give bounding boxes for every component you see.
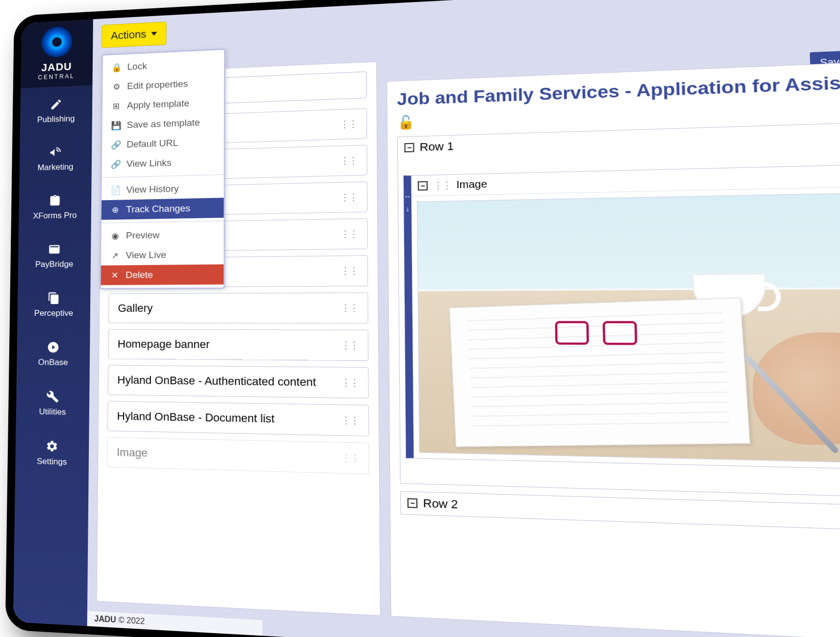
drag-handle-icon[interactable] [340,122,357,126]
circle-arrow-icon [46,340,61,354]
row-1: − Row 1 ↓ ✕ ↔ ↓ [397,121,840,498]
sidebar-item-perceptive[interactable]: Perceptive [18,290,91,318]
widget-label: Hyland OnBase - Authenticated content [117,373,316,389]
menu-section-1: 🔒Lock ⚙Edit properties ⊞Apply template 💾… [102,50,224,178]
collapse-toggle[interactable]: − [418,181,428,190]
sidebar-item-publishing[interactable]: Publishing [20,96,92,125]
save-icon: 💾 [111,120,121,131]
device-frame: JADU CENTRAL Publishing Marketing XForms… [5,0,840,637]
widget-item[interactable]: Gallery [108,292,369,324]
menu-item-label: View History [126,184,179,196]
menu-item-label: Track Changes [126,203,190,215]
menu-item-default-url[interactable]: 🔗Default URL [102,132,224,155]
collapse-toggle[interactable]: − [408,498,418,508]
caret-down-icon [151,32,157,36]
sidebar-item-label: Perceptive [34,308,73,318]
logo[interactable]: JADU CENTRAL [20,19,93,88]
eye-icon: ◉ [110,230,120,241]
sidebar-item-utilities[interactable]: Utilities [16,389,89,417]
actions-button-label: Actions [111,28,146,42]
collapse-toggle[interactable]: − [404,143,414,152]
paper-graphic [449,298,750,447]
image-preview [417,192,840,464]
menu-item-label: Preview [126,230,160,241]
sidebar-item-paybridge[interactable]: PayBridge [18,242,91,270]
drag-handle-icon[interactable] [433,183,451,187]
clipboard-icon [48,193,62,208]
drag-handle-icon[interactable] [341,306,358,310]
drag-handle-icon[interactable] [341,418,359,422]
drag-handle-icon[interactable] [341,456,359,460]
menu-item-view-live[interactable]: ↗View Live [101,244,224,265]
glasses-graphic [555,321,637,343]
menu-section-3: ◉Preview ↗View Live ✕Delete [101,221,224,288]
sidebar-item-label: Utilities [39,407,66,417]
sidebar-item-label: XForms Pro [33,210,77,221]
footer-copyright: © 2022 [118,616,144,626]
link-icon: 🔗 [111,159,121,170]
sidebar-item-xforms[interactable]: XForms Pro [19,193,91,222]
image-block-label: Image [456,178,488,191]
bullhorn-icon [48,145,63,160]
row-label: Row 1 [420,140,454,154]
drag-handle-icon[interactable] [340,158,357,163]
widget-label: Gallery [118,302,152,315]
move-left-icon[interactable]: ↔ [404,192,411,201]
sidebar-item-marketing[interactable]: Marketing [20,144,92,173]
external-link-icon: ↗ [110,250,120,261]
drag-handle-icon[interactable] [341,343,358,348]
menu-item-label: Delete [125,269,153,281]
menu-item-label: Save as template [127,117,200,130]
sidebar-item-label: Settings [37,456,67,467]
drag-handle-icon[interactable] [341,380,358,385]
widget-item[interactable]: Image [107,437,369,474]
card-icon [47,242,61,257]
menu-item-label: Edit properties [127,79,188,92]
page-title-text: Job and Family Services - Application fo… [397,69,840,110]
row-2-head: − Row 2 [401,492,840,531]
menu-item-delete[interactable]: ✕Delete [101,265,224,286]
drag-handle-icon[interactable] [340,232,357,236]
row-label: Row 2 [423,496,458,512]
arrow-down-icon[interactable]: ↓ [406,205,410,213]
hand-graphic [751,332,840,447]
pencil-icon [49,97,63,112]
link-icon: 🔗 [111,140,121,150]
sidebar-item-onbase[interactable]: OnBase [17,340,90,368]
sidebar-item-label: OnBase [38,357,68,368]
copy-icon [46,291,61,306]
app-screen: JADU CENTRAL Publishing Marketing XForms… [13,0,840,637]
actions-menu: 🔒Lock ⚙Edit properties ⊞Apply template 💾… [99,48,225,289]
widget-item[interactable]: Hyland OnBase - Authenticated content [108,365,369,399]
drag-handle-icon[interactable] [340,195,357,199]
side-arrows: ↔ ↓ [404,192,411,213]
document-icon: 📄 [110,185,120,195]
menu-item-preview[interactable]: ◉Preview [101,224,224,246]
image-widget-block: ↔ ↓ − Image ✎ [404,164,840,471]
unlock-icon: 🔓 [397,113,415,130]
actions-button[interactable]: Actions [102,21,166,48]
target-icon: ⊕ [110,205,120,215]
wrench-icon [45,389,60,404]
menu-item-view-history[interactable]: 📄View History [102,178,224,200]
close-icon: ✕ [110,270,120,280]
sidebar: JADU CENTRAL Publishing Marketing XForms… [13,19,93,626]
drag-handle-icon[interactable] [341,269,358,273]
menu-section-2: 📄View History ⊕Track Changes [102,175,224,223]
row-2: − Row 2 [400,491,840,532]
menu-item-view-links[interactable]: 🔗View Links [102,151,224,174]
layout-panel: Job and Family Services - Application fo… [387,60,840,637]
menu-item-track-changes[interactable]: ⊕Track Changes [102,198,224,220]
lock-icon: 🔒 [112,62,122,73]
sidebar-item-label: Marketing [38,162,74,173]
menu-item-label: Default URL [126,138,178,150]
widget-label: Hyland OnBase - Document list [117,410,275,426]
widget-label: Homepage banner [118,338,210,351]
logo-icon [41,26,72,58]
menu-item-label: Lock [127,61,147,72]
widget-item[interactable]: Hyland OnBase - Document list [107,401,369,436]
sidebar-item-label: PayBridge [35,259,73,269]
sidebar-item-settings[interactable]: Settings [15,438,89,468]
widget-item[interactable]: Homepage banner [108,329,369,361]
menu-item-label: View Links [126,157,171,169]
